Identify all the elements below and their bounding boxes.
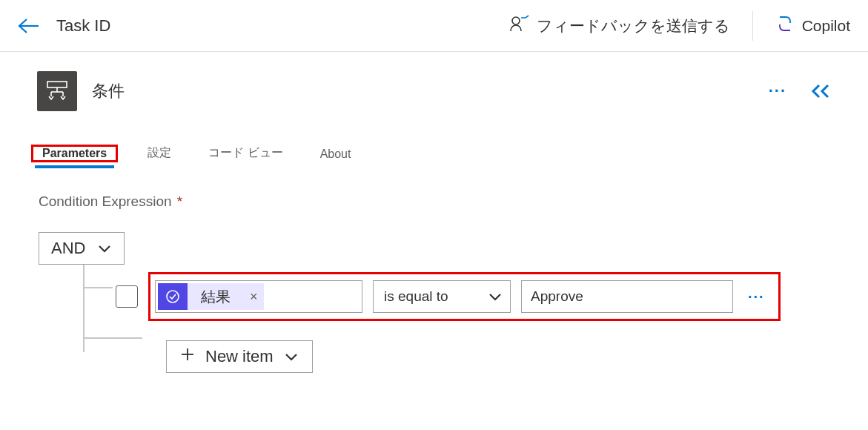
tab-parameters[interactable]: Parameters (35, 142, 114, 168)
condition-builder: AND (0, 210, 868, 403)
svg-rect-2 (47, 82, 67, 87)
right-operand-value: Approve (531, 288, 583, 305)
page-title: Task ID (56, 16, 494, 36)
copilot-link[interactable]: Copilot (775, 14, 850, 37)
svg-point-1 (512, 17, 520, 24)
dynamic-content-icon (158, 283, 188, 310)
chevron-down-icon (284, 351, 299, 362)
operator-select[interactable]: is equal to (373, 280, 511, 313)
action-more-button[interactable]: ··· (761, 82, 794, 101)
annotation-highlight-row: 結果 × is equal to Approve (148, 272, 781, 321)
left-operand-input[interactable]: 結果 × (155, 280, 362, 313)
top-bar: Task ID フィードバックを送信する Copilot (0, 0, 868, 52)
dynamic-content-token[interactable]: 結果 × (158, 283, 264, 310)
divider (752, 11, 753, 41)
logic-operator-select[interactable]: AND (39, 232, 125, 265)
operator-value: is equal to (384, 288, 448, 305)
row-select-checkbox[interactable] (116, 285, 138, 308)
collapse-panel-icon[interactable] (809, 82, 831, 100)
right-operand-input[interactable]: Approve (521, 280, 733, 313)
chevron-down-icon (97, 243, 112, 254)
annotation-highlight-tabs: Parameters (31, 145, 118, 162)
condition-row: 結果 × is equal to Approve (92, 272, 829, 321)
tree-connector (39, 263, 92, 352)
tab-codeview[interactable]: コード ビュー (201, 141, 290, 162)
chevron-down-icon (488, 291, 503, 302)
logic-operator-value: AND (51, 239, 85, 258)
send-feedback-link[interactable]: フィードバックを送信する (510, 15, 730, 36)
copilot-icon (775, 14, 795, 37)
copilot-label: Copilot (802, 17, 850, 35)
condition-action-icon (37, 71, 77, 111)
back-arrow-icon[interactable] (18, 17, 40, 35)
tabs-container: Parameters 設定 コード ビュー About (0, 119, 868, 162)
top-right-group: フィードバックを送信する Copilot (510, 11, 850, 41)
plus-icon (180, 347, 195, 366)
condition-expression-label: Condition Expression * (0, 162, 868, 210)
tab-settings[interactable]: 設定 (140, 141, 179, 162)
svg-point-7 (167, 291, 179, 302)
tab-about[interactable]: About (313, 143, 359, 162)
required-asterisk: * (177, 194, 182, 209)
action-header: 条件 ··· (0, 52, 868, 119)
action-title: 条件 (92, 80, 746, 102)
send-feedback-label: フィードバックを送信する (537, 16, 730, 36)
dynamic-content-label: 結果 (188, 287, 244, 307)
row-more-button[interactable]: ··· (743, 288, 769, 305)
new-item-button[interactable]: New item (166, 340, 313, 373)
remove-token-icon[interactable]: × (244, 289, 264, 305)
feedback-icon (510, 15, 529, 36)
new-item-label: New item (205, 347, 274, 366)
